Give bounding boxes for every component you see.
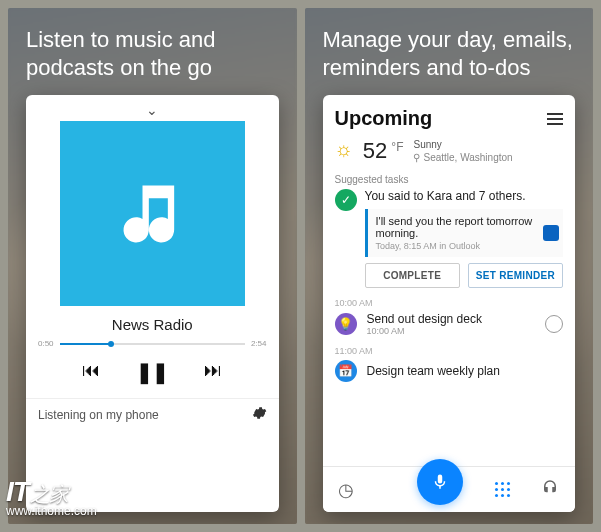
task-checkbox[interactable] [545,315,563,333]
hero-line: Listen to music and [26,26,279,54]
sun-icon: ☼ [335,138,353,160]
quote-meta: Today, 8:15 AM in Outlook [376,241,542,251]
track-title: News Radio [38,316,267,333]
gear-icon[interactable] [251,405,267,424]
next-track-icon[interactable]: ⏭ [204,360,222,384]
progress-bar[interactable] [60,343,245,345]
music-player-card: ⌄ News Radio 0:50 2:54 ⏮ ❚❚ ⏭ Listening … [26,95,279,512]
progress-row: 0:50 2:54 [38,339,267,348]
set-reminder-button[interactable]: SET REMINDER [468,263,563,288]
weather-row[interactable]: ☼ 52 °F Sunny ⚲ Seattle, Washington [335,138,564,164]
music-note-icon [114,176,190,252]
right-hero: Manage your day, emails, reminders and t… [323,26,576,81]
weather-temp: 52 °F [363,138,404,164]
task-title: Design team weekly plan [367,364,564,378]
weather-location: ⚲ Seattle, Washington [413,151,512,164]
outlook-icon [543,225,559,241]
suggested-label: Suggested tasks [335,174,564,185]
complete-button[interactable]: COMPLETE [365,263,460,288]
time-total: 2:54 [251,339,267,348]
task-title: You said to Kara and 7 others. [365,189,564,203]
mic-button[interactable] [417,459,463,505]
prev-track-icon[interactable]: ⏮ [82,360,100,384]
task-item[interactable]: 📅 Design team weekly plan [335,360,564,382]
pin-icon: ⚲ [413,151,420,164]
left-promo-pane: Listen to music and podcasts on the go ⌄… [8,8,297,524]
commitment-icon: ✓ [335,189,357,211]
apps-grid-icon[interactable] [495,482,510,497]
mic-icon [431,473,449,491]
player-controls: ⏮ ❚❚ ⏭ [38,360,267,384]
calendar-icon: 📅 [335,360,357,382]
album-art[interactable] [60,121,245,306]
email-quote[interactable]: I'll send you the report tomorrow mornin… [365,209,564,257]
compass-icon[interactable]: ◷ [338,479,354,501]
left-hero: Listen to music and podcasts on the go [26,26,279,81]
lightbulb-icon: 💡 [335,313,357,335]
chevron-down-icon[interactable]: ⌄ [38,105,267,115]
bottom-nav: ◷ [323,466,576,512]
upcoming-card: Upcoming ☼ 52 °F Sunny ⚲ Seattle, Washin… [323,95,576,512]
task-subtitle: 10:00 AM [367,326,536,336]
headset-icon[interactable] [541,478,559,501]
watermark: IT 之家 www.ithome.com [6,476,97,518]
task-title: Send out design deck [367,312,536,326]
task-item[interactable]: 💡 Send out design deck 10:00 AM [335,312,564,336]
hero-line: Manage your day, emails, [323,26,576,54]
hero-line: reminders and to-dos [323,54,576,82]
hero-line: podcasts on the go [26,54,279,82]
playback-status: Listening on my phone [38,408,159,422]
weather-cond: Sunny [413,138,512,151]
quote-text: I'll send you the report tomorrow mornin… [376,215,542,239]
pause-icon[interactable]: ❚❚ [136,360,168,384]
suggested-task[interactable]: ✓ You said to Kara and 7 others. I'll se… [335,189,564,288]
time-elapsed: 0:50 [38,339,54,348]
divider [26,398,279,399]
right-promo-pane: Manage your day, emails, reminders and t… [305,8,594,524]
timeslot-label: 10:00 AM [335,298,564,308]
menu-icon[interactable] [547,113,563,125]
upcoming-heading: Upcoming [335,107,433,130]
timeslot-label: 11:00 AM [335,346,564,356]
